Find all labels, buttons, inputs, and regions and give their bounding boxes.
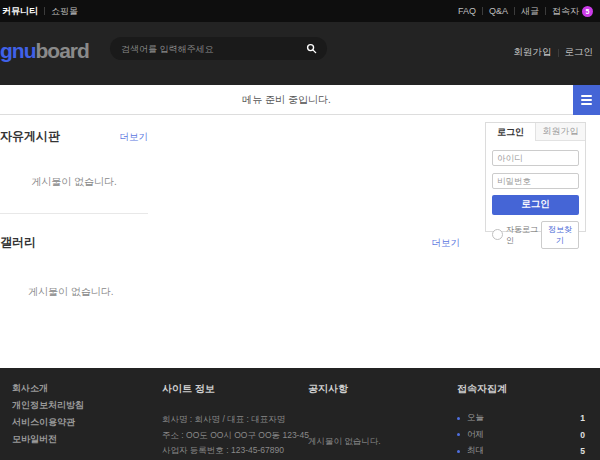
topbar-link-new-posts[interactable]: 새글: [521, 5, 539, 18]
tab-login[interactable]: 로그인: [486, 123, 535, 141]
site-info-line: 주소 : OO도 OO시 OO구 OO동 123-45: [162, 430, 307, 442]
visitor-stats-rows: 오늘 1 어제 0 최대 5 전체 21: [457, 412, 585, 460]
free-board-more-link[interactable]: 더보기: [120, 131, 149, 144]
divider: [514, 7, 515, 15]
register-link[interactable]: 회원가입: [514, 46, 552, 59]
login-link[interactable]: 로그인: [565, 46, 594, 59]
bullet-icon: [457, 433, 460, 436]
divider: [545, 7, 546, 15]
menu-placeholder-text: 메뉴 준비 중입니다.: [0, 93, 573, 107]
topbar-link-shop[interactable]: 쇼핑몰: [51, 5, 78, 18]
site-info-line: 회사명 : 회사명 / 대표 : 대표자명: [162, 414, 307, 426]
divider: [482, 7, 483, 15]
login-submit-button[interactable]: 로그인: [492, 195, 579, 215]
notice-empty-message: 게시물이 없습니다.: [308, 436, 438, 448]
stat-value: 5: [580, 446, 585, 456]
visitor-stat-row: 최대 5: [457, 445, 585, 457]
gallery-widget: 갤러리 더보기 게시물이 없습니다.: [0, 234, 460, 299]
footer-link-privacy[interactable]: 개인정보처리방침: [12, 399, 84, 412]
auto-login-checkbox[interactable]: [492, 229, 503, 240]
search-bar: [110, 37, 327, 60]
stat-value: 1: [580, 413, 585, 423]
search-input[interactable]: [121, 44, 304, 54]
gallery-title: 갤러리: [0, 234, 36, 251]
login-form: 로그인 자동로그인 정보찾기: [486, 141, 585, 249]
search-button[interactable]: [304, 41, 319, 56]
gallery-empty-message: 게시물이 없습니다.: [0, 285, 460, 299]
footer-link-mobile[interactable]: 모바일버전: [12, 433, 84, 446]
footer-notice: 공지사항 게시물이 없습니다.: [308, 382, 438, 448]
footer-visitor-stats: 접속자집계 오늘 1 어제 0 최대 5: [457, 382, 585, 460]
divider: [558, 49, 559, 57]
stat-label: 오늘: [467, 412, 484, 424]
login-panel: 로그인 회원가입 로그인 자동로그인 정보찾기: [485, 122, 586, 232]
free-board-title: 자유게시판: [0, 128, 60, 145]
page: 커뮤니티 쇼핑몰 FAQ Q&A 새글 접속자 5 gnuboard: [0, 0, 600, 460]
gallery-header: 갤러리 더보기: [0, 234, 460, 251]
bullet-icon: [457, 450, 460, 453]
site-header: gnuboard 회원가입 로그인: [0, 22, 600, 85]
topbar-link-community[interactable]: 커뮤니티: [2, 5, 38, 18]
find-info-button[interactable]: 정보찾기: [541, 221, 579, 249]
auto-login-label: 자동로그인: [506, 224, 541, 246]
footer-link-company[interactable]: 회사소개: [12, 382, 84, 395]
hamburger-menu-button[interactable]: [573, 85, 600, 115]
login-password-field[interactable]: [492, 173, 579, 189]
main-menu-bar: 메뉴 준비 중입니다.: [0, 85, 600, 115]
free-board-empty-message: 게시물이 없습니다.: [0, 175, 148, 189]
bullet-icon: [457, 417, 460, 420]
stat-value: 0: [580, 430, 585, 440]
footer-link-terms[interactable]: 서비스이용약관: [12, 416, 84, 429]
free-board-widget: 자유게시판 더보기 게시물이 없습니다.: [0, 115, 148, 214]
topbar-link-qna[interactable]: Q&A: [489, 6, 508, 16]
search-icon: [306, 43, 317, 54]
visitor-stats-title: 접속자집계: [457, 382, 585, 396]
gallery-more-link[interactable]: 더보기: [432, 237, 461, 250]
topbar-link-visitors[interactable]: 접속자: [552, 5, 579, 18]
site-info-title: 사이트 정보: [162, 382, 307, 396]
header-member-links: 회원가입 로그인: [514, 46, 594, 59]
topbar-link-faq[interactable]: FAQ: [458, 6, 476, 16]
stat-label: 어제: [467, 429, 484, 441]
site-info-lines: 회사명 : 회사명 / 대표 : 대표자명 주소 : OO도 OO시 OO구 O…: [162, 414, 307, 460]
stat-label: 최대: [467, 445, 484, 457]
notice-title: 공지사항: [308, 382, 438, 396]
divider: [44, 7, 45, 15]
top-utility-bar: 커뮤니티 쇼핑몰 FAQ Q&A 새글 접속자 5: [0, 0, 600, 22]
logo-text-board: board: [35, 39, 88, 62]
login-tabs: 로그인 회원가입: [486, 123, 585, 141]
visitor-stat-row: 오늘 1: [457, 412, 585, 424]
site-logo[interactable]: gnuboard: [0, 39, 89, 63]
visitor-count-badge: 5: [582, 6, 593, 17]
site-info-line: 사업자 등록번호 : 123-45-67890: [162, 445, 307, 457]
footer-links-column: 회사소개 개인정보처리방침 서비스이용약관 모바일버전: [12, 382, 84, 446]
free-board-header: 자유게시판 더보기: [0, 128, 148, 145]
login-id-field[interactable]: [492, 150, 579, 166]
login-options-row: 자동로그인 정보찾기: [492, 221, 579, 249]
footer-site-info: 사이트 정보 회사명 : 회사명 / 대표 : 대표자명 주소 : OO도 OO…: [162, 382, 307, 460]
visitor-stat-row: 어제 0: [457, 429, 585, 441]
logo-text-gnu: gnu: [0, 39, 35, 62]
site-footer: 회사소개 개인정보처리방침 서비스이용약관 모바일버전 사이트 정보 회사명 :…: [0, 368, 600, 460]
tab-register[interactable]: 회원가입: [535, 123, 585, 141]
